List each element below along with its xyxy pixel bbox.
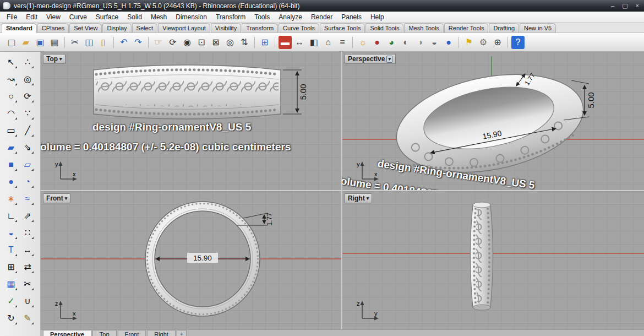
- block-icon[interactable]: ⊞: [3, 258, 19, 275]
- minimize-button[interactable]: –: [609, 2, 616, 9]
- circle-icon[interactable]: ○: [3, 88, 19, 105]
- vp-tab-front[interactable]: Front: [118, 330, 146, 336]
- viewport-title-front[interactable]: Front ▾: [43, 193, 70, 203]
- select-arrow-icon[interactable]: ↖: [3, 53, 19, 71]
- line-icon[interactable]: ╱: [20, 122, 35, 139]
- titlebar[interactable]: vers(1)-men-design #RGmen_US 5_H 1.75_W …: [0, 0, 644, 12]
- cplane-icon[interactable]: ⌂: [321, 36, 335, 49]
- menu-tools[interactable]: Tools: [250, 12, 274, 22]
- menu-curve[interactable]: Curve: [65, 12, 91, 22]
- maximize-button[interactable]: ▢: [620, 2, 629, 9]
- boolean-icon[interactable]: ◒: [3, 224, 19, 241]
- zoom-selected-icon[interactable]: ◎: [223, 36, 237, 49]
- viewport-layout-icon[interactable]: ⊞: [258, 36, 271, 49]
- tab-select[interactable]: Select: [132, 23, 158, 32]
- spiral-icon[interactable]: ↻: [3, 310, 19, 327]
- text-icon[interactable]: T: [3, 241, 19, 258]
- tab-render-tools[interactable]: Render Tools: [444, 23, 489, 32]
- help-icon[interactable]: ?: [511, 36, 525, 49]
- render-sphere-icon[interactable]: ◕: [385, 36, 398, 49]
- zoom-extents-icon[interactable]: ⊠: [209, 36, 222, 49]
- chevron-down-icon[interactable]: ▾: [59, 57, 62, 62]
- paste-icon[interactable]: ▯: [97, 36, 110, 49]
- copy-icon[interactable]: ◫: [83, 36, 96, 49]
- pan-hand-icon[interactable]: ☞: [152, 36, 165, 49]
- tab-drafting[interactable]: Drafting: [489, 23, 519, 32]
- open-folder-icon[interactable]: ▰: [19, 36, 32, 49]
- menu-surface[interactable]: Surface: [91, 12, 123, 22]
- menu-panels[interactable]: Panels: [337, 12, 366, 22]
- curve-freeform-icon[interactable]: ↝: [3, 71, 19, 88]
- vp-tab-perspective[interactable]: Perspective: [43, 330, 91, 336]
- pan-view-icon[interactable]: ⇅: [238, 36, 251, 49]
- tab-transform[interactable]: Transform: [242, 23, 278, 32]
- vp-tab-top[interactable]: Top: [92, 330, 117, 336]
- trim-icon[interactable]: ✂: [20, 275, 35, 292]
- vp-tab-right[interactable]: Right: [147, 330, 176, 336]
- gear-icon[interactable]: ⚙: [477, 36, 490, 49]
- rotate-view-icon[interactable]: ⟳: [166, 36, 179, 49]
- tab-cplanes[interactable]: CPlanes: [37, 23, 69, 32]
- check-icon[interactable]: ✓: [3, 292, 19, 310]
- menu-transform[interactable]: Transform: [211, 12, 250, 22]
- tab-display[interactable]: Display: [102, 23, 131, 32]
- menu-render[interactable]: Render: [307, 12, 337, 22]
- chevron-down-icon[interactable]: ▾: [386, 56, 392, 63]
- zoom-window-icon[interactable]: ⊡: [195, 36, 208, 49]
- scale-icon[interactable]: ⇗: [20, 207, 35, 224]
- tab-new-in-v5[interactable]: New in V5: [520, 23, 556, 32]
- save-icon[interactable]: ▣: [34, 36, 47, 49]
- material-ball-icon[interactable]: ●: [370, 36, 384, 49]
- viewport-front[interactable]: 15.90 1.77 z x Front ▾: [41, 191, 341, 329]
- offset-icon[interactable]: ⇘: [20, 139, 35, 156]
- tab-curve-tools[interactable]: Curve Tools: [279, 23, 319, 32]
- properties-icon[interactable]: ≡: [336, 36, 349, 49]
- viewport-title-perspective[interactable]: Perspective ▾: [345, 54, 396, 64]
- rotate-icon[interactable]: ⟳: [20, 88, 35, 105]
- menu-dimension[interactable]: Dimension: [171, 12, 211, 22]
- cut-icon[interactable]: ✂: [68, 36, 81, 49]
- named-view-icon[interactable]: ◧: [307, 36, 320, 49]
- tab-standard[interactable]: Standard: [2, 23, 37, 33]
- red-car-icon[interactable]: ▬: [279, 36, 292, 49]
- join-icon[interactable]: ∪: [20, 292, 35, 310]
- chevron-down-icon[interactable]: ▾: [367, 196, 369, 201]
- chevron-down-icon[interactable]: ▾: [65, 196, 68, 201]
- sweep-icon[interactable]: ≈: [20, 190, 35, 207]
- lightbulb-icon[interactable]: ☼: [356, 36, 369, 49]
- osnap-icon[interactable]: ⊕: [491, 36, 504, 49]
- arc-icon[interactable]: ◠: [3, 105, 19, 122]
- viewport-perspective[interactable]: 15.90 5.00 1.77 design #Ring-ornamentV8_…: [342, 52, 644, 190]
- ghosted-sphere-icon[interactable]: ◑: [413, 36, 427, 49]
- explode-icon[interactable]: ∗: [3, 190, 19, 207]
- menu-edit[interactable]: Edit: [21, 12, 42, 22]
- new-file-icon[interactable]: ▢: [5, 36, 18, 49]
- surface-icon[interactable]: ▰: [3, 139, 19, 156]
- redo-icon[interactable]: ↷: [132, 36, 145, 49]
- plane-icon[interactable]: ▱: [20, 156, 35, 173]
- pencil-icon[interactable]: ✎: [20, 310, 35, 327]
- menu-analyze[interactable]: Analyze: [274, 12, 307, 22]
- flag-icon[interactable]: ⚑: [462, 36, 476, 49]
- close-button[interactable]: ×: [634, 2, 641, 9]
- viewport-title-top[interactable]: Top ▾: [43, 54, 66, 64]
- add-viewport-tab-button[interactable]: +: [177, 330, 187, 336]
- mesh-box-icon[interactable]: ▦: [3, 275, 19, 292]
- menu-view[interactable]: View: [42, 12, 65, 22]
- menu-help[interactable]: Help: [366, 12, 389, 22]
- shaded-sphere-icon[interactable]: ◐: [399, 36, 412, 49]
- undo-icon[interactable]: ↶: [117, 36, 130, 49]
- box-icon[interactable]: ■: [3, 156, 19, 173]
- rendered-sphere-icon[interactable]: ●: [442, 36, 455, 49]
- menu-mesh[interactable]: Mesh: [146, 12, 171, 22]
- menu-solid[interactable]: Solid: [123, 12, 146, 22]
- menu-file[interactable]: File: [2, 12, 21, 22]
- tab-visibility[interactable]: Visibility: [211, 23, 242, 32]
- mirror-icon[interactable]: ⇄: [20, 258, 35, 275]
- tab-mesh-tools[interactable]: Mesh Tools: [404, 23, 443, 32]
- sphere-icon[interactable]: ●: [3, 173, 19, 190]
- move-icon[interactable]: ↔: [293, 36, 306, 49]
- viewport-right[interactable]: z y Right ▾: [342, 191, 644, 329]
- tab-set-view[interactable]: Set View: [69, 23, 102, 32]
- xray-sphere-icon[interactable]: ◒: [428, 36, 441, 49]
